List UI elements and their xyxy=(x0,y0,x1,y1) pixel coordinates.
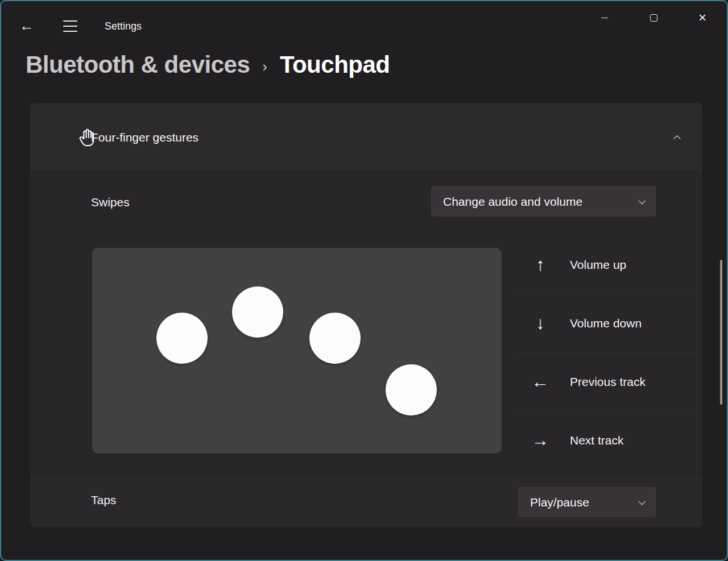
chevron-up-icon xyxy=(673,135,681,143)
expander-title: Four-finger gestures xyxy=(91,131,198,144)
taps-dropdown[interactable]: Play/pause xyxy=(518,487,656,517)
gesture-label: Previous track xyxy=(570,375,646,389)
app-title: Settings xyxy=(105,20,142,32)
breadcrumb: Bluetooth & devices › Touchpad xyxy=(26,51,390,78)
navigation-menu-button[interactable] xyxy=(58,15,82,38)
swipes-dropdown[interactable]: Change audio and volume xyxy=(431,186,656,217)
finger-dot xyxy=(156,313,208,364)
arrow-right-icon: → xyxy=(531,430,550,451)
back-arrow-icon: ← xyxy=(19,17,34,35)
finger-dot xyxy=(232,286,283,338)
breadcrumb-bluetooth-devices[interactable]: Bluetooth & devices xyxy=(26,51,250,78)
back-button[interactable]: ← xyxy=(15,14,39,38)
hamburger-icon xyxy=(63,20,77,22)
four-finger-gestures-card: Four-finger gestures Swipes Change audio… xyxy=(30,103,702,527)
chevron-down-icon xyxy=(639,498,646,505)
close-button[interactable]: × xyxy=(678,1,727,34)
chevron-down-icon xyxy=(639,197,646,205)
breadcrumb-touchpad: Touchpad xyxy=(280,51,390,78)
gesture-row-previous-track: ← Previous track xyxy=(517,352,702,411)
collapse-button[interactable] xyxy=(666,127,688,148)
expander-header[interactable]: Four-finger gestures xyxy=(30,103,702,172)
settings-window: ← Settings × Bluetooth & devices › Touch… xyxy=(0,0,728,561)
gesture-label: Volume down xyxy=(570,317,642,330)
maximize-button[interactable] xyxy=(629,1,678,34)
taps-dropdown-value: Play/pause xyxy=(530,496,589,509)
expander-content: Swipes Change audio and volume ↑ Volume … xyxy=(30,172,702,473)
gesture-label: Next track xyxy=(570,434,624,447)
taps-row: Taps Play/pause xyxy=(30,473,702,526)
gesture-row-volume-up: ↑ Volume up xyxy=(517,235,702,294)
arrow-down-icon: ↓ xyxy=(531,313,550,334)
close-icon: × xyxy=(698,11,706,24)
breadcrumb-separator-icon: › xyxy=(262,58,267,76)
gesture-row-next-track: → Next track xyxy=(517,411,702,469)
arrow-up-icon: ↑ xyxy=(531,255,550,275)
scrollbar-thumb[interactable] xyxy=(720,260,722,405)
gesture-action-list: ↑ Volume up ↓ Volume down ← Previous tra… xyxy=(517,235,702,469)
gesture-label: Volume up xyxy=(570,258,626,272)
titlebar: ← Settings × xyxy=(1,1,727,36)
minimize-button[interactable] xyxy=(580,1,629,34)
window-controls: × xyxy=(580,1,727,36)
maximize-icon xyxy=(650,14,657,22)
taps-label: Taps xyxy=(91,493,116,507)
minimize-icon xyxy=(601,18,608,18)
touchpad-illustration xyxy=(92,248,502,454)
swipes-dropdown-value: Change audio and volume xyxy=(443,195,582,209)
finger-dot xyxy=(309,313,361,364)
swipes-label: Swipes xyxy=(91,196,130,209)
gesture-row-volume-down: ↓ Volume down xyxy=(517,294,702,352)
finger-dot xyxy=(386,364,437,415)
arrow-left-icon: ← xyxy=(531,372,550,392)
